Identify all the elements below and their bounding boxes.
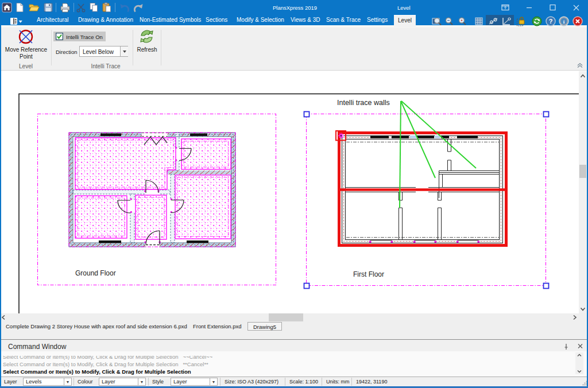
svg-text:Intelli trace walls: Intelli trace walls (337, 99, 390, 107)
svg-text:First Floor: First Floor (353, 270, 384, 278)
svg-text:Ground Floor: Ground Floor (75, 269, 116, 277)
svg-text:?: ? (549, 18, 553, 25)
